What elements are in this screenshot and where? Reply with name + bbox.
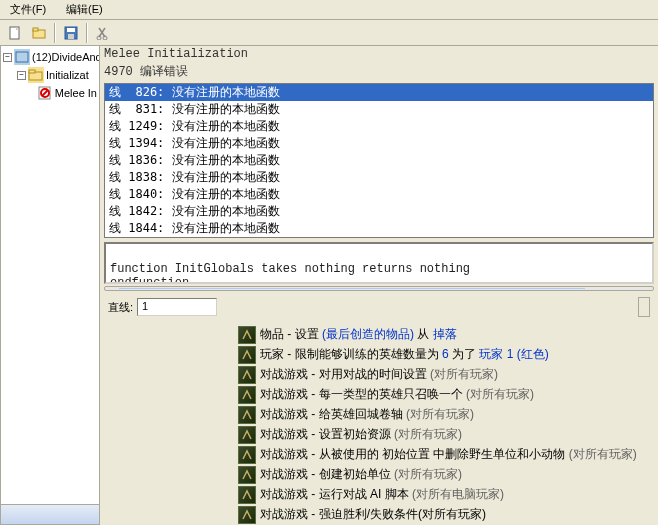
svg-rect-10 — [29, 70, 35, 73]
line-label: 直线: — [108, 300, 133, 315]
menu-file[interactable]: 文件(F) — [4, 0, 52, 19]
error-row[interactable]: 线 1838: 没有注册的本地函数 — [105, 169, 653, 186]
action-icon — [238, 466, 256, 484]
code-view[interactable]: function InitGlobals takes nothing retur… — [104, 242, 654, 284]
main-panel: Melee Initialization 4970 编译错误 线 826: 没有… — [100, 46, 658, 525]
action-row[interactable]: 对战游戏 - 每一类型的英雄只召唤一个 (对所有玩家) — [238, 385, 658, 405]
svg-rect-8 — [16, 52, 28, 62]
error-row[interactable]: 线 831: 没有注册的本地函数 — [105, 101, 653, 118]
action-text: 对战游戏 - 从被使用的 初始位置 中删除野生单位和小动物 (对所有玩家) — [260, 446, 637, 463]
error-row[interactable]: 线 1249: 没有注册的本地函数 — [105, 118, 653, 135]
action-text: 对战游戏 - 强迫胜利/失败条件(对所有玩家) — [260, 506, 486, 523]
trigger-title: Melee Initialization — [100, 46, 658, 62]
action-text: 物品 - 设置 (最后创造的物品) 从 掉落 — [260, 326, 457, 343]
tree-root-label: (12)DivideAndC — [32, 51, 99, 63]
tree-item-label: Melee In — [55, 87, 97, 99]
action-icon — [238, 486, 256, 504]
action-icon — [238, 386, 256, 404]
horizontal-scrollbar[interactable] — [104, 286, 654, 291]
tree-root[interactable]: − (12)DivideAndC — [3, 48, 97, 66]
dialog-button[interactable] — [638, 297, 650, 317]
error-row[interactable]: 线 1394: 没有注册的本地函数 — [105, 135, 653, 152]
action-row[interactable]: 对战游戏 - 创建初始单位 (对所有玩家) — [238, 465, 658, 485]
error-row[interactable]: 线 1844: 没有注册的本地函数 — [105, 220, 653, 237]
new-folder-button[interactable] — [28, 22, 50, 44]
action-row[interactable]: 对战游戏 - 强迫胜利/失败条件(对所有玩家) — [238, 505, 658, 525]
action-row[interactable]: 物品 - 设置 (最后创造的物品) 从 掉落 — [238, 325, 658, 345]
error-row[interactable]: 线 826: 没有注册的本地函数 — [105, 84, 653, 101]
action-icon — [238, 326, 256, 344]
action-text: 玩家 - 限制能够训练的英雄数量为 6 为了 玩家 1 (红色) — [260, 346, 549, 363]
action-text: 对战游戏 - 创建初始单位 (对所有玩家) — [260, 466, 462, 483]
error-row[interactable]: 线 1836: 没有注册的本地函数 — [105, 152, 653, 169]
action-text: 对战游戏 - 对用对战的时间设置 (对所有玩家) — [260, 366, 498, 383]
action-row[interactable]: 对战游戏 - 给英雄回城卷轴 (对所有玩家) — [238, 405, 658, 425]
svg-rect-4 — [67, 28, 75, 32]
action-icon — [238, 506, 256, 524]
status-bar: 直线: 1 — [100, 293, 658, 321]
folder-icon — [28, 67, 44, 83]
save-button[interactable] — [60, 22, 82, 44]
toolbar — [0, 20, 658, 46]
action-row[interactable]: 对战游戏 - 对用对战的时间设置 (对所有玩家) — [238, 365, 658, 385]
tree-folder-label: Initializat — [46, 69, 89, 81]
menu-edit[interactable]: 编辑(E) — [60, 0, 109, 19]
scrollbar-thumb[interactable] — [119, 288, 585, 289]
action-icon — [238, 346, 256, 364]
action-icon — [238, 366, 256, 384]
menu-bar: 文件(F) 编辑(E) — [0, 0, 658, 20]
compile-error-count: 4970 编译错误 — [100, 62, 658, 81]
action-text: 对战游戏 - 运行对战 AI 脚本 (对所有电脑玩家) — [260, 486, 504, 503]
action-row[interactable]: 对战游戏 - 从被使用的 初始位置 中删除野生单位和小动物 (对所有玩家) — [238, 445, 658, 465]
action-icon — [238, 446, 256, 464]
collapse-icon[interactable]: − — [3, 53, 12, 62]
error-row[interactable]: 线 1840: 没有注册的本地函数 — [105, 186, 653, 203]
action-row[interactable]: 玩家 - 限制能够训练的英雄数量为 6 为了 玩家 1 (红色) — [238, 345, 658, 365]
new-button[interactable] — [4, 22, 26, 44]
action-icon — [238, 426, 256, 444]
action-icon — [238, 406, 256, 424]
action-text: 对战游戏 - 给英雄回城卷轴 (对所有玩家) — [260, 406, 474, 423]
action-text: 对战游戏 - 每一类型的英雄只召唤一个 (对所有玩家) — [260, 386, 534, 403]
tree-panel: − (12)DivideAndC − Initializat Melee In — [0, 46, 100, 525]
tree-folder[interactable]: − Initializat — [3, 66, 97, 84]
tree-footer — [1, 504, 99, 524]
collapse-icon[interactable]: − — [17, 71, 26, 80]
svg-rect-2 — [33, 28, 38, 31]
svg-rect-5 — [68, 34, 74, 39]
trigger-actions: 物品 - 设置 (最后创造的物品) 从 掉落玩家 - 限制能够训练的英雄数量为 … — [238, 325, 658, 525]
action-row[interactable]: 对战游戏 - 运行对战 AI 脚本 (对所有电脑玩家) — [238, 485, 658, 505]
map-icon — [14, 49, 30, 65]
trigger-disabled-icon — [37, 85, 53, 101]
tree-item[interactable]: Melee In — [3, 84, 97, 102]
action-row[interactable]: 对战游戏 - 设置初始资源 (对所有玩家) — [238, 425, 658, 445]
error-row[interactable]: 线 1842: 没有注册的本地函数 — [105, 203, 653, 220]
cut-button[interactable] — [92, 22, 114, 44]
action-text: 对战游戏 - 设置初始资源 (对所有玩家) — [260, 426, 462, 443]
error-list[interactable]: 线 826: 没有注册的本地函数线 831: 没有注册的本地函数线 1249: … — [104, 83, 654, 238]
line-number: 1 — [137, 298, 217, 316]
